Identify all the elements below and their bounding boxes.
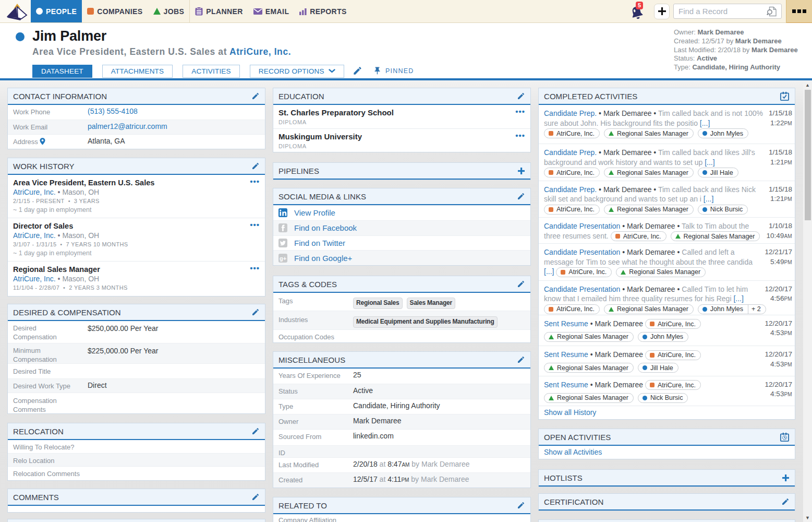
svg-text:g+: g+ <box>280 255 286 261</box>
